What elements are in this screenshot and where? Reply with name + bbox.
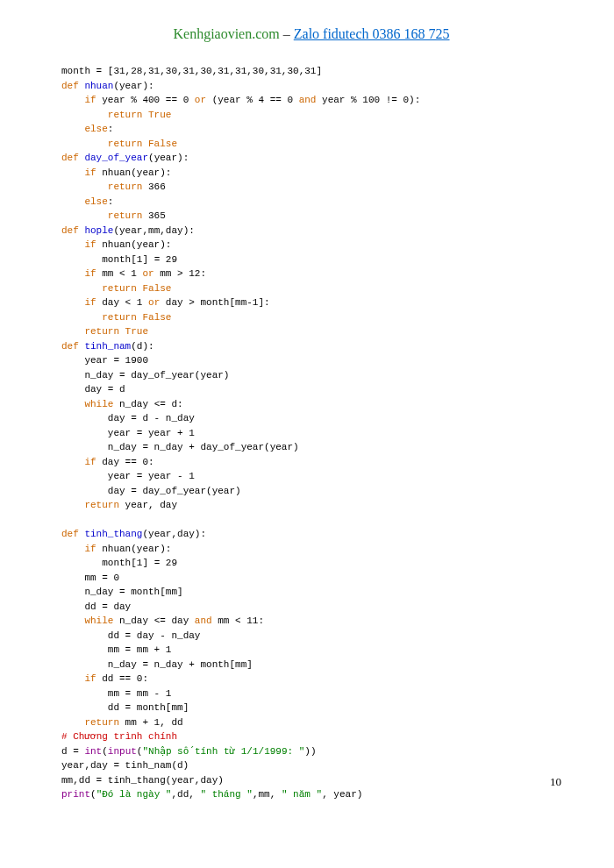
kw-if: if <box>84 544 96 554</box>
code-text: month[1] = 29 <box>102 558 177 568</box>
kw-true: True <box>142 110 171 120</box>
kw-or: or <box>142 268 154 279</box>
code-text: mm > 12: <box>154 268 206 279</box>
kw-if: if <box>84 268 96 279</box>
kw-return: return <box>108 210 143 221</box>
kw-if: if <box>84 673 96 684</box>
code-text: n_day = day_of_year(year) <box>84 370 229 381</box>
code-text: year % 100 != 0): <box>316 95 420 105</box>
kw-return: return <box>102 283 137 294</box>
kw-while: while <box>84 615 113 626</box>
kw-return: return <box>84 717 119 728</box>
code-text: 365 <box>142 210 165 221</box>
string: " năm " <box>282 789 322 800</box>
kw-false: False <box>137 312 172 323</box>
kw-false: False <box>137 283 172 294</box>
code-text: mm < 1 <box>96 268 143 279</box>
header-dash: – <box>280 26 294 41</box>
code-text: year = year + 1 <box>108 428 195 438</box>
code-text: (year): <box>113 81 154 91</box>
builtin: int <box>84 746 102 757</box>
code-text: day == 0: <box>96 457 154 467</box>
code-text: n_day = n_day + day_of_year(year) <box>108 442 299 452</box>
code-text: n_day = month[mm] <box>84 587 182 597</box>
string: " tháng " <box>200 789 252 800</box>
code-text: )) <box>304 746 316 757</box>
code-text: (d): <box>131 341 154 352</box>
kw-def: def <box>61 153 79 163</box>
code-text: mm < 11: <box>212 615 264 626</box>
kw-and: and <box>195 615 212 626</box>
builtin: print <box>61 789 90 800</box>
fn-name: tinh_nam <box>79 341 131 352</box>
code-text: : <box>108 196 114 207</box>
code-text: (year,day): <box>142 529 206 539</box>
code-text: dd = day <box>84 601 131 612</box>
code-text: nhuan(year): <box>96 239 172 250</box>
code-text: dd = month[mm] <box>108 702 189 713</box>
kw-if: if <box>84 95 96 105</box>
code-text: , year) <box>322 789 362 800</box>
code-text: (year % 4 == 0 <box>206 95 299 105</box>
kw-if: if <box>84 457 96 467</box>
code-text: ( <box>90 789 96 800</box>
code-text: (year): <box>148 153 189 163</box>
kw-if: if <box>84 297 96 308</box>
code-text: day = day_of_year(year) <box>108 486 241 496</box>
code-text: ,mm, <box>253 789 282 800</box>
code-text: mm,dd = tinh_thang(year,day) <box>61 775 224 786</box>
code-text: year = 1900 <box>84 355 148 366</box>
string: "Đó là ngày " <box>96 789 172 800</box>
document-page: Kenhgiaovien.com – Zalo fidutech 0386 16… <box>0 0 614 815</box>
fn-name: tinh_thang <box>79 529 143 539</box>
fn-name: day_of_year <box>79 153 148 163</box>
code-text: day = d <box>84 384 125 395</box>
code-text: year % 400 == 0 <box>96 95 195 105</box>
code-text: month[1] = 29 <box>102 254 177 265</box>
kw-return: return <box>84 326 119 337</box>
code-text: dd = day - n_day <box>108 630 201 641</box>
kw-while: while <box>84 399 113 409</box>
fn-name: hople <box>79 225 114 236</box>
code-text: day > month[mm-1]: <box>160 297 269 308</box>
kw-def: def <box>61 341 79 352</box>
code-text: nhuan(year): <box>96 167 172 178</box>
code-text: day = d - n_day <box>108 413 195 423</box>
kw-true: True <box>119 326 148 337</box>
kw-def: def <box>61 529 79 539</box>
code-text: (year,mm,day): <box>113 225 194 236</box>
code-text: mm + 1, dd <box>119 717 183 728</box>
zalo-link[interactable]: Zalo fidutech 0386 168 725 <box>294 26 450 41</box>
kw-else: else <box>84 196 107 207</box>
site-name: Kenhgiaovien.com <box>173 26 279 41</box>
comment: # Chương trình chính <box>61 731 177 742</box>
kw-false: False <box>142 139 177 149</box>
code-text: ( <box>102 746 108 757</box>
code-text: nhuan(year): <box>96 544 172 554</box>
code-text: year,day = tinh_nam(d) <box>61 760 189 771</box>
kw-def: def <box>61 225 79 236</box>
page-number: 10 <box>550 775 561 789</box>
kw-def: def <box>61 81 79 91</box>
fn-name: nhuan <box>79 81 114 91</box>
kw-return: return <box>108 110 143 120</box>
code-text: n_day <= day <box>113 615 194 626</box>
code-text: n_day = n_day + month[mm] <box>108 659 253 670</box>
kw-return: return <box>108 181 143 192</box>
code-block: month = [31,28,31,30,31,30,31,31,30,31,3… <box>61 64 561 802</box>
page-header: Kenhgiaovien.com – Zalo fidutech 0386 16… <box>61 26 561 42</box>
code-text: ,dd, <box>171 789 200 800</box>
code-text: mm = mm + 1 <box>108 644 172 655</box>
kw-return: return <box>102 312 137 323</box>
code-line: month = [31,28,31,30,31,30,31,31,30,31,3… <box>61 66 322 76</box>
kw-return: return <box>108 139 143 149</box>
builtin: input <box>108 746 137 757</box>
code-text: year = year - 1 <box>108 471 195 481</box>
kw-or: or <box>195 95 206 105</box>
kw-else: else <box>84 124 107 134</box>
code-text: 366 <box>142 181 165 192</box>
kw-return: return <box>84 500 119 510</box>
string: "Nhập số tính từ 1/1/1999: " <box>142 746 304 757</box>
code-text: n_day <= d: <box>113 399 182 409</box>
code-text: d = <box>61 746 84 757</box>
